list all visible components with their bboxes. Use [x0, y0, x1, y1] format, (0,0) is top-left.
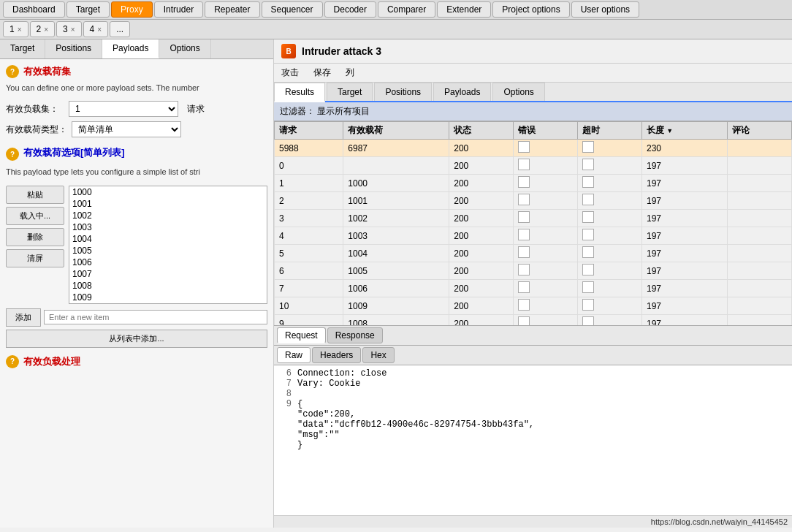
list-item[interactable]: 1009	[69, 292, 267, 303]
table-row[interactable]: 91008200197	[275, 315, 792, 327]
timeout-checkbox[interactable]	[582, 299, 594, 311]
sub-tab-bar: Raw Headers Hex	[274, 346, 792, 365]
timeout-checkbox[interactable]	[582, 316, 594, 326]
table-row[interactable]: 71006200197	[275, 280, 792, 297]
req-resp-tab-request[interactable]: Request	[277, 327, 326, 343]
table-row[interactable]: 0200197	[275, 157, 792, 175]
nav-tab-comparer[interactable]: Comparer	[378, 1, 435, 18]
list-item[interactable]: 1003	[69, 221, 267, 233]
clear-button[interactable]: 清屏	[6, 249, 64, 267]
paste-button[interactable]: 粘贴	[6, 186, 64, 204]
req-resp-tab-response[interactable]: Response	[327, 327, 383, 343]
help-icon-3: ?	[6, 355, 19, 368]
error-checkbox[interactable]	[518, 299, 530, 311]
intruder-tab-payloads[interactable]: Payloads	[433, 83, 491, 101]
payload-set-label: 有效负载集：	[6, 103, 64, 115]
add-item-input[interactable]	[44, 310, 267, 324]
list-item[interactable]: 1001	[69, 198, 267, 210]
table-row[interactable]: 61005200197	[275, 262, 792, 280]
timeout-checkbox[interactable]	[582, 281, 594, 293]
list-item[interactable]: 1000	[69, 186, 267, 198]
timeout-checkbox[interactable]	[582, 211, 594, 223]
error-checkbox[interactable]	[518, 281, 530, 293]
tab-2[interactable]: 2×	[30, 21, 56, 37]
timeout-checkbox[interactable]	[582, 159, 594, 170]
filter-bar[interactable]: 过滤器： 显示所有项目	[274, 102, 792, 121]
close-tab-3-icon[interactable]: ×	[71, 26, 75, 34]
sub-tab-headers[interactable]: Headers	[312, 347, 361, 363]
list-item[interactable]: 1002	[69, 210, 267, 221]
left-tab-payloads[interactable]: Payloads	[102, 39, 159, 58]
timeout-checkbox[interactable]	[582, 141, 594, 153]
nav-tab-user-options[interactable]: User options	[571, 1, 639, 18]
code-line: }	[277, 440, 789, 450]
error-checkbox[interactable]	[518, 316, 530, 326]
results-table-container[interactable]: 请求 有效载荷 状态 错误 超时 长度 ▼ 评论 598869872002300…	[274, 121, 792, 326]
table-row[interactable]: 31002200197	[275, 210, 792, 227]
sub-tab-raw[interactable]: Raw	[277, 347, 311, 363]
error-checkbox[interactable]	[518, 211, 530, 223]
list-item[interactable]: 1006	[69, 256, 267, 268]
table-row[interactable]: 101009200197	[275, 297, 792, 315]
status-bar: https://blog.csdn.net/waiyin_44145452	[274, 515, 792, 528]
table-row[interactable]: 59886987200230	[275, 140, 792, 157]
nav-tab-project-options[interactable]: Project options	[492, 1, 569, 18]
list-item[interactable]: 1007	[69, 268, 267, 280]
nav-tab-target[interactable]: Target	[66, 1, 110, 18]
error-checkbox[interactable]	[518, 264, 530, 276]
payload-type-select[interactable]: 简单清单	[72, 121, 181, 137]
close-tab-1-icon[interactable]: ×	[18, 26, 22, 34]
list-item[interactable]: 1004	[69, 233, 267, 245]
close-tab-2-icon[interactable]: ×	[44, 26, 48, 34]
list-item[interactable]: 1008	[69, 280, 267, 292]
table-row[interactable]: 51004200197	[275, 245, 792, 262]
table-row[interactable]: 21001200197	[275, 192, 792, 210]
error-checkbox[interactable]	[518, 141, 530, 153]
code-line: 9{	[277, 399, 789, 409]
table-row[interactable]: 11000200197	[275, 175, 792, 192]
menu-save[interactable]: 保存	[311, 65, 334, 80]
payload-list[interactable]: 1000100110021003100410051006100710081009	[69, 186, 267, 304]
nav-tab-decoder[interactable]: Decoder	[324, 1, 376, 18]
intruder-tab-target[interactable]: Target	[327, 83, 373, 101]
error-checkbox[interactable]	[518, 176, 530, 188]
intruder-tab-results[interactable]: Results	[274, 83, 325, 102]
error-checkbox[interactable]	[518, 229, 530, 240]
payload-action-buttons: 粘贴 载入中... 删除 清屏	[6, 186, 64, 304]
nav-tab-proxy[interactable]: Proxy	[111, 1, 153, 18]
timeout-checkbox[interactable]	[582, 246, 594, 258]
add-button[interactable]: 添加	[6, 308, 41, 327]
nav-tab-sequencer[interactable]: Sequencer	[262, 1, 323, 18]
menu-attack[interactable]: 攻击	[278, 65, 302, 80]
error-checkbox[interactable]	[518, 246, 530, 258]
timeout-checkbox[interactable]	[582, 229, 594, 240]
intruder-tab-positions[interactable]: Positions	[374, 83, 432, 101]
nav-tab-dashboard[interactable]: Dashboard	[3, 1, 65, 18]
tab-1[interactable]: 1×	[3, 21, 28, 37]
timeout-checkbox[interactable]	[582, 194, 594, 205]
table-row[interactable]: 41003200197	[275, 227, 792, 245]
list-item[interactable]: 1005	[69, 245, 267, 256]
nav-tab-extender[interactable]: Extender	[437, 1, 491, 18]
menu-columns[interactable]: 列	[343, 65, 357, 80]
timeout-checkbox[interactable]	[582, 264, 594, 276]
timeout-checkbox[interactable]	[582, 176, 594, 188]
intruder-tab-options[interactable]: Options	[492, 83, 544, 101]
load-button[interactable]: 载入中...	[6, 207, 64, 225]
left-tab-target[interactable]: Target	[0, 39, 45, 58]
tab-3[interactable]: 3×	[56, 21, 82, 37]
nav-tab-repeater[interactable]: Repeater	[205, 1, 259, 18]
payload-options-title: 有效载荷选项[简单列表]	[23, 146, 125, 159]
sub-tab-hex[interactable]: Hex	[362, 347, 394, 363]
tab-more[interactable]: ...	[110, 21, 130, 37]
error-checkbox[interactable]	[518, 159, 530, 170]
nav-tab-intruder[interactable]: Intruder	[154, 1, 203, 18]
left-tab-options[interactable]: Options	[159, 39, 210, 58]
remove-button[interactable]: 删除	[6, 228, 64, 246]
error-checkbox[interactable]	[518, 194, 530, 205]
payload-set-select[interactable]: 1	[69, 101, 178, 117]
close-tab-4-icon[interactable]: ×	[97, 26, 102, 34]
tab-4[interactable]: 4×	[83, 21, 109, 37]
left-tab-positions[interactable]: Positions	[45, 39, 102, 58]
from-list-button[interactable]: 从列表中添加...	[6, 330, 267, 348]
